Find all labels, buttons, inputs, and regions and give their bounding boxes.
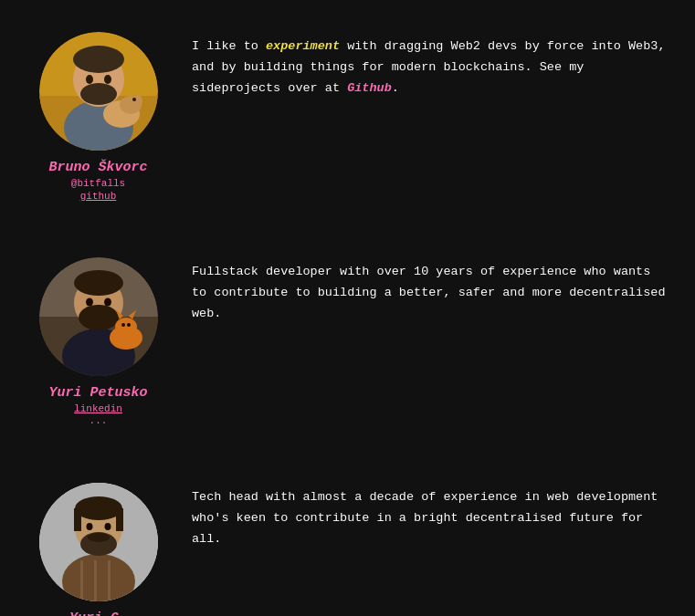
svg-point-11 [132,98,136,101]
profile-name-yuri-p: Yuri Petusko [48,385,147,401]
svg-point-17 [79,305,119,330]
svg-point-18 [86,298,93,307]
profile-name-bruno: Bruno Škvorc [48,160,147,175]
svg-rect-32 [108,560,111,601]
svg-point-34 [75,496,122,520]
profile-yuri-g: Yuri G. github linkedin Tech head with a… [27,469,668,616]
profile-ellipsis-yuri-p: ... [90,415,108,426]
svg-point-21 [115,318,137,336]
profile-left-bruno: Bruno Škvorc @bitfalls github [27,32,169,203]
svg-point-5 [80,83,117,105]
profile-yuri-petusko: Yuri Petusko linkedin ... Fullstack deve… [27,244,668,442]
profile-handle-bruno: @bitfalls [71,178,125,189]
avatar-bruno [39,32,158,151]
svg-rect-35 [74,508,81,531]
svg-rect-30 [80,560,83,601]
profile-left-yuri-p: Yuri Petusko linkedin ... [27,257,169,428]
profile-left-yuri-g: Yuri G. github linkedin [27,483,169,616]
svg-point-24 [121,323,125,327]
svg-point-7 [104,75,111,84]
profile-link-linkedin-yuri-p[interactable]: linkedin [74,403,122,414]
profile-link-github-bruno[interactable]: github [80,191,117,202]
highlight-experiment: experiment [266,39,340,53]
svg-rect-36 [116,508,123,531]
avatar-yuri-petusko [39,257,158,376]
profile-bio-yuri-p: Fullstack developer with over 10 years o… [192,257,668,325]
profile-bruno: Bruno Škvorc @bitfalls github I like to … [27,18,668,216]
profile-name-yuri-g: Yuri G. [69,611,127,616]
highlight-github[interactable]: Github [347,81,392,95]
svg-point-19 [104,298,111,307]
svg-point-16 [74,270,123,296]
svg-point-39 [104,523,111,530]
svg-point-25 [127,323,131,327]
avatar-yuri-g [39,483,158,601]
svg-point-40 [88,533,110,542]
svg-point-38 [86,523,92,530]
profile-bio-yuri-g: Tech head with almost a decade of experi… [192,483,668,550]
svg-point-4 [73,46,124,73]
profile-bio-bruno: I like to experiment with dragging Web2 … [192,32,668,99]
svg-rect-31 [94,560,97,601]
svg-point-10 [133,95,142,108]
svg-point-6 [86,75,93,84]
